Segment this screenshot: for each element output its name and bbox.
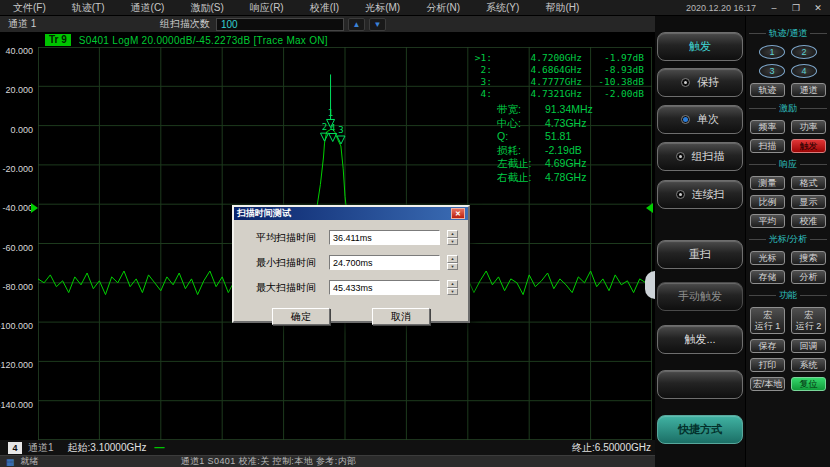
y-tick-label: 40.000 (5, 46, 33, 56)
softkey-通道[interactable]: 通道 (791, 83, 826, 97)
menu-item-7[interactable]: 分析(N) (413, 0, 473, 16)
sidebar-button-手动触发[interactable]: 手动触发 (657, 282, 743, 311)
softkey-触发[interactable]: 触发 (791, 139, 826, 153)
softkey-row: 轨迹通道 (746, 83, 830, 97)
marker-readout-line: 4:4.7321GHz-2.00dB (468, 88, 650, 100)
softkey-系统[interactable]: 系统 (791, 358, 826, 372)
sidebar-button-重扫[interactable]: 重扫 (657, 240, 743, 269)
softkey-group-title: 响应 (749, 158, 827, 171)
marker-frequency: 4.6864GHz (492, 64, 582, 76)
menu-item-9[interactable]: 帮助(H) (532, 0, 592, 16)
marker-level: -10.38dB (582, 76, 644, 88)
softkey-比例[interactable]: 比例 (750, 195, 785, 209)
dialog-field-spinner[interactable]: ▲▼ (447, 280, 458, 295)
sidebar-button-保持[interactable]: 保持 (657, 68, 743, 97)
panel-collapse-handle[interactable] (645, 271, 655, 299)
softkey-row: 打印系统 (746, 358, 830, 372)
spinner-down-icon[interactable]: ▼ (447, 263, 458, 271)
bandwidth-info-label: 左截止: (497, 157, 545, 171)
sidebar-button-blank[interactable] (657, 370, 743, 399)
dialog-close-icon[interactable]: ✕ (451, 208, 465, 219)
sweep-count-down-icon[interactable]: ▼ (369, 18, 386, 31)
dialog-field-spinner[interactable]: ▲▼ (447, 255, 458, 270)
sidebar-button-单次[interactable]: 单次 (657, 105, 743, 134)
softkey-搜索[interactable]: 搜索 (791, 251, 826, 265)
channel-toolbar: 通道 1 组扫描次数 100 ▲ ▼ (0, 16, 655, 33)
y-tick-label: -120.000 (0, 360, 33, 370)
sidebar-button-连续扫[interactable]: 连续扫 (657, 180, 743, 209)
softkey-轨迹[interactable]: 轨迹 (750, 83, 785, 97)
softkey-功率[interactable]: 功率 (791, 120, 826, 134)
analyzer-window: 文件(F)轨迹(T)通道(C)激励(S)响应(R)校准(I)光标(M)分析(N)… (0, 0, 830, 467)
softkey-保存[interactable]: 保存 (750, 339, 785, 353)
bandwidth-info-value: 4.78GHz (545, 171, 586, 185)
trace-badge[interactable]: Tr 9 (45, 34, 71, 46)
cancel-button[interactable]: 取消 (372, 308, 430, 325)
menu-item-8[interactable]: 系统(Y) (473, 0, 532, 16)
softkey-宏-运行 2[interactable]: 宏运行 2 (791, 307, 826, 334)
menu-item-2[interactable]: 通道(C) (118, 0, 178, 16)
sidebar-button-label: 重扫 (689, 247, 711, 262)
softkey-打印[interactable]: 打印 (750, 358, 785, 372)
menu-item-1[interactable]: 轨迹(T) (59, 0, 118, 16)
softkey-显示[interactable]: 显示 (791, 195, 826, 209)
softkey-光标[interactable]: 光标 (750, 251, 785, 265)
bandwidth-info-label: 损耗: (497, 144, 545, 158)
spinner-down-icon[interactable]: ▼ (447, 238, 458, 246)
svg-text:3: 3 (338, 125, 343, 135)
svg-text:2: 2 (322, 122, 327, 132)
dialog-field-input[interactable]: 24.700ms (329, 255, 440, 270)
dialog-field-input[interactable]: 45.433ms (329, 280, 440, 295)
bandwidth-info-value: 91.34MHz (545, 103, 593, 117)
spinner-up-icon[interactable]: ▲ (447, 255, 458, 263)
softkey-扫描[interactable]: 扫描 (750, 139, 785, 153)
bandwidth-info-value: 4.73GHz (545, 117, 586, 131)
marker-readout-line: >1:4.7200GHz-1.97dB (468, 52, 650, 64)
softkey-平均[interactable]: 平均 (750, 214, 785, 228)
trace-number-button-3[interactable]: 3 (759, 64, 785, 78)
restore-button[interactable]: ❐ (788, 2, 804, 14)
softkey-宏-运行 1[interactable]: 宏运行 1 (750, 307, 785, 334)
sidebar-button-触发[interactable]: 触发 (657, 32, 743, 61)
softkey-group-title: 激励 (749, 102, 827, 115)
sidebar-button-label: 触发 (689, 39, 711, 54)
softkey-频率[interactable]: 频率 (750, 120, 785, 134)
spinner-down-icon[interactable]: ▼ (447, 288, 458, 296)
sidebar-button-触发...[interactable]: 触发... (657, 325, 743, 354)
trace-number-button-4[interactable]: 4 (791, 64, 817, 78)
softkey-存储[interactable]: 存储 (750, 270, 785, 284)
softkey-测量[interactable]: 测量 (750, 176, 785, 190)
ok-button[interactable]: 确定 (272, 308, 330, 325)
dialog-field-spinner[interactable]: ▲▼ (447, 230, 458, 245)
sweep-count-label: 组扫描次数 (160, 17, 210, 31)
menu-item-5[interactable]: 校准(I) (297, 0, 352, 16)
sidebar-button-label: 保持 (697, 75, 719, 90)
bandwidth-info-line: 左截止:4.69GHz (497, 157, 647, 171)
minimize-button[interactable]: – (766, 2, 782, 14)
spinner-up-icon[interactable]: ▲ (447, 280, 458, 288)
softkey-分析[interactable]: 分析 (791, 270, 826, 284)
sidebar-button-快捷方式[interactable]: 快捷方式 (657, 415, 743, 444)
spinner-up-icon[interactable]: ▲ (447, 230, 458, 238)
sweep-count-input[interactable]: 100 (216, 18, 344, 31)
softkey-校准[interactable]: 校准 (791, 214, 826, 228)
trace-number-button-2[interactable]: 2 (791, 45, 817, 59)
y-tick-label: -60.000 (2, 243, 33, 253)
softkey-格式[interactable]: 格式 (791, 176, 826, 190)
menu-item-0[interactable]: 文件(F) (0, 0, 59, 16)
menu-item-6[interactable]: 光标(M) (352, 0, 413, 16)
close-button[interactable]: ✕ (810, 2, 826, 14)
sweep-count-up-icon[interactable]: ▲ (348, 18, 365, 31)
dialog-field-row: 平均扫描时间36.411ms▲▼ (256, 230, 458, 245)
dialog-field-input[interactable]: 36.411ms (329, 230, 440, 245)
softkey-回调[interactable]: 回调 (791, 339, 826, 353)
sidebar-button-组扫描[interactable]: 组扫描 (657, 142, 743, 171)
menu-item-3[interactable]: 激励(S) (177, 0, 236, 16)
menu-item-4[interactable]: 响应(R) (237, 0, 297, 16)
softkey-复位[interactable]: 复位 (791, 377, 826, 391)
radio-indicator-selected (681, 115, 690, 124)
dialog-title-bar[interactable]: 扫描时间测试 ✕ (234, 207, 468, 220)
trace-number-button-1[interactable]: 1 (759, 45, 785, 59)
status-grid-icon: ▦ (6, 457, 15, 467)
softkey-宏/本地[interactable]: 宏/本地 (750, 377, 785, 391)
